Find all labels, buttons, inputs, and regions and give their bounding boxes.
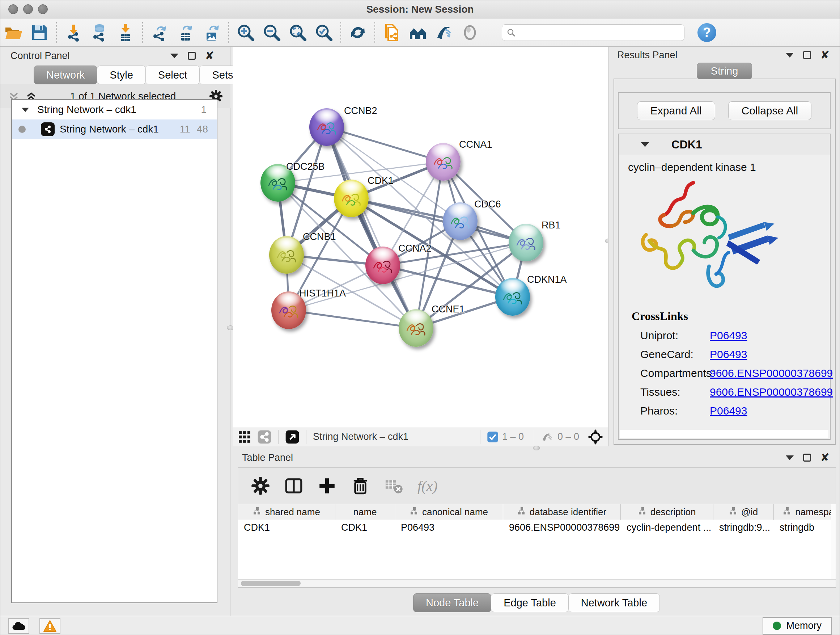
- protein-node-ccna2[interactable]: [365, 247, 400, 284]
- crosslink-label: GeneCard:: [640, 348, 710, 361]
- memory-status-dot: [773, 622, 781, 630]
- table-cell[interactable]: CDK1: [238, 522, 335, 533]
- network-edge[interactable]: [327, 127, 443, 162]
- save-session-button[interactable]: [27, 21, 52, 44]
- show-all-button[interactable]: [457, 21, 483, 44]
- help-button[interactable]: ?: [698, 23, 716, 42]
- protein-node-ccna1[interactable]: [426, 143, 461, 181]
- show-columns-icon[interactable]: [284, 477, 303, 495]
- tab-edge-table[interactable]: Edge Table: [491, 593, 569, 612]
- export-image-button[interactable]: [199, 21, 225, 44]
- node-table: shared namenamecanonical namedatabase id…: [238, 504, 836, 587]
- crosslink-link[interactable]: P06493: [710, 405, 747, 417]
- add-column-icon[interactable]: [317, 477, 336, 495]
- network-row[interactable]: String Network – cdk1 11 48: [12, 119, 217, 139]
- tab-string[interactable]: String: [697, 63, 752, 79]
- grid-view-icon[interactable]: [238, 430, 251, 444]
- expand-all-button[interactable]: Expand All: [637, 101, 715, 120]
- protein-node-cdkn1a[interactable]: [495, 278, 530, 316]
- horizontal-splitter-handle[interactable]: [533, 446, 540, 450]
- import-network-database-button[interactable]: [87, 21, 112, 44]
- panel-menu-icon[interactable]: [786, 53, 794, 57]
- zoom-fit-button[interactable]: [285, 21, 311, 44]
- export-table-button[interactable]: [172, 21, 199, 44]
- panel-menu-icon[interactable]: [171, 54, 178, 58]
- cloud-icon[interactable]: [8, 618, 29, 634]
- network-canvas[interactable]: CCNB2CCNA1CDC25BCDK1CDC6RB1CCNB1CCNA2CDK…: [233, 47, 608, 427]
- warning-icon[interactable]: [39, 618, 60, 634]
- open-session-button[interactable]: [0, 21, 27, 44]
- column-header-database-identifier[interactable]: database identifier: [503, 504, 621, 520]
- hide-selected-button[interactable]: [431, 21, 457, 44]
- zoom-in-button[interactable]: [233, 21, 259, 44]
- column-header-description[interactable]: description: [621, 504, 714, 520]
- column-header-shared-name[interactable]: shared name: [238, 504, 335, 520]
- zoom-out-button[interactable]: [259, 21, 285, 44]
- table-cell[interactable]: stringdb: [774, 522, 836, 533]
- close-panel-icon[interactable]: ✘: [821, 51, 829, 59]
- network-edge[interactable]: [289, 310, 416, 328]
- protein-node-ccnb2[interactable]: [309, 108, 344, 146]
- protein-node-ccne1[interactable]: [399, 309, 433, 347]
- table-cell[interactable]: 9606.ENSP00000378699: [503, 522, 621, 533]
- protein-node-rb1[interactable]: [508, 224, 543, 261]
- protein-node-cdk1[interactable]: [334, 180, 369, 217]
- import-network-file-button[interactable]: [60, 21, 87, 44]
- float-panel-icon[interactable]: [803, 51, 811, 59]
- delete-column-icon[interactable]: [351, 477, 370, 495]
- table-row[interactable]: CDK1CDK1P064939606.ENSP00000378699cyclin…: [238, 520, 836, 535]
- protein-ribbon-thumbnail: [277, 301, 300, 321]
- tab-select[interactable]: Select: [146, 65, 200, 84]
- crosslink-row: Tissues:9606.ENSP00000378699: [640, 386, 830, 398]
- tab-network[interactable]: Network: [34, 65, 97, 84]
- protein-node-ccnb1[interactable]: [269, 236, 304, 274]
- close-panel-icon[interactable]: ✘: [821, 454, 829, 462]
- collection-expand-icon[interactable]: [22, 108, 29, 112]
- collapse-all-button[interactable]: Collapse All: [728, 101, 812, 120]
- tab-style[interactable]: Style: [97, 65, 145, 84]
- selected-checkbox-icon[interactable]: [487, 431, 499, 443]
- network-collection-row[interactable]: String Network – cdk1 1: [12, 100, 217, 119]
- section-collapse-icon[interactable]: [641, 142, 649, 147]
- table-cell[interactable]: cyclin-dependent ...: [621, 522, 714, 533]
- float-panel-icon[interactable]: [188, 52, 196, 60]
- hidden-eye-icon[interactable]: [541, 431, 554, 443]
- column-header-namespace[interactable]: namespace: [774, 504, 836, 520]
- table-settings-gear-icon[interactable]: [251, 477, 270, 495]
- table-horizontal-scrollbar[interactable]: [238, 579, 836, 587]
- crosslink-link[interactable]: P06493: [710, 348, 747, 361]
- export-network-button[interactable]: [147, 21, 172, 44]
- crosslink-link[interactable]: 9606.ENSP00000378699: [710, 386, 833, 398]
- crosslink-link[interactable]: P06493: [710, 329, 747, 342]
- protein-node-cdc6[interactable]: [443, 203, 477, 240]
- column-header-name[interactable]: name: [335, 504, 395, 520]
- import-table-button[interactable]: [112, 21, 139, 44]
- zoom-selected-button[interactable]: [311, 21, 337, 44]
- crosslink-link[interactable]: 9606.ENSP00000378699: [710, 367, 833, 379]
- birdseye-view-icon[interactable]: [285, 430, 300, 444]
- column-header-@id[interactable]: @id: [714, 504, 774, 520]
- fit-selected-crosshair-icon[interactable]: [588, 429, 603, 445]
- column-header-canonical-name[interactable]: canonical name: [395, 504, 503, 520]
- crosslink-row: Compartments:9606.ENSP00000378699: [640, 367, 830, 379]
- protein-section-header[interactable]: CDK1: [619, 134, 830, 155]
- new-network-from-selection-button[interactable]: [379, 21, 405, 44]
- table-cell[interactable]: stringdb:9...: [714, 522, 774, 533]
- memory-button[interactable]: Memory: [763, 617, 832, 635]
- tab-node-table[interactable]: Node Table: [413, 593, 491, 612]
- scrollbar-thumb[interactable]: [241, 581, 301, 586]
- status-network-name: String Network – cdk1: [313, 431, 409, 442]
- first-neighbors-button[interactable]: [405, 21, 431, 44]
- table-cell[interactable]: P06493: [395, 522, 503, 533]
- apply-layout-button[interactable]: [345, 21, 371, 44]
- close-panel-icon[interactable]: ✘: [205, 52, 214, 60]
- search-input[interactable]: [519, 27, 680, 38]
- panel-menu-icon[interactable]: [786, 455, 794, 460]
- tab-network-table[interactable]: Network Table: [569, 593, 660, 612]
- float-panel-icon[interactable]: [803, 454, 811, 462]
- table-header-row: shared namenamecanonical namedatabase id…: [238, 504, 836, 520]
- table-vertical-scrollbar[interactable]: [831, 504, 836, 587]
- table-cell[interactable]: CDK1: [335, 522, 395, 533]
- network-share-icon[interactable]: [257, 430, 272, 444]
- protein-ribbon-thumbnail: [501, 288, 524, 308]
